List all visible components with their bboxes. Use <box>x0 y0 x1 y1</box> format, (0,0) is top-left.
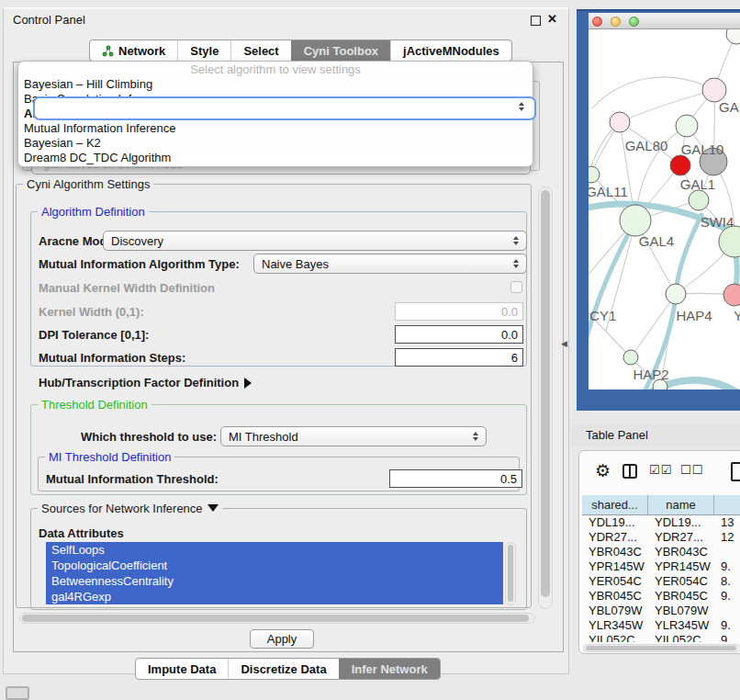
collapsed-panel-chip[interactable] <box>6 686 29 700</box>
network-node <box>623 350 638 365</box>
manual-kernel-label: Manual Kernel Width Definition <box>39 281 215 295</box>
hub-definition-expander[interactable]: Hub/Transcription Factor Definition <box>39 376 252 390</box>
network-node <box>719 226 740 257</box>
apply-button[interactable]: Apply <box>250 629 314 649</box>
mi-steps-label: Mutual Information Steps: <box>39 351 185 365</box>
which-threshold-select[interactable]: MI Threshold <box>220 426 487 446</box>
aracne-mode-value: Discovery <box>104 234 510 248</box>
table-row[interactable]: YBL079WYBL079W <box>582 604 740 618</box>
settings-horizontal-scrollbar[interactable] <box>19 613 535 624</box>
table-row[interactable]: YER054CYER054C8. <box>582 574 740 589</box>
split-collapse-arrow[interactable]: ◀ <box>561 339 567 348</box>
tab-impute-data[interactable]: Impute Data <box>136 659 228 679</box>
expand-down-icon <box>207 504 219 512</box>
kernel-width-label: Kernel Width (0,1): <box>39 305 144 319</box>
table-row[interactable]: YDL19...YDL19...13 <box>582 515 740 530</box>
deselect-all-icon[interactable]: ☐☐ <box>680 463 703 477</box>
node-label: GAL80 <box>625 138 668 153</box>
tab-network[interactable]: Network <box>90 40 177 61</box>
sources-group-title[interactable]: Sources for Network Inference <box>38 502 222 515</box>
kernel-width-field[interactable]: 0.0 <box>395 302 523 321</box>
split-view-icon[interactable] <box>622 464 637 479</box>
node-label: GAL10 <box>681 141 724 157</box>
attributes-list-scrollbar[interactable] <box>505 542 516 605</box>
manual-kernel-checkbox[interactable] <box>510 281 522 293</box>
table-horizontal-scrollbar[interactable] <box>583 644 740 652</box>
network-node <box>676 115 698 137</box>
combo-stepper-icon <box>510 236 522 245</box>
table-panel-titlebar: Table Panel <box>571 424 740 446</box>
combo-stepper-icon <box>469 432 482 441</box>
control-panel-window: Control Panel ✕ Network Style Select Cyn… <box>3 7 569 674</box>
tab-discretize-data[interactable]: Discretize Data <box>228 659 338 679</box>
list-item[interactable]: BetweennessCentrality <box>46 573 503 589</box>
zoom-traffic-light-icon[interactable] <box>629 17 639 27</box>
node-label: GCY1 <box>589 308 616 323</box>
threshold-definition-title: Threshold Definition <box>38 398 151 412</box>
export-table-icon[interactable] <box>731 462 740 481</box>
combo-stepper-icon <box>515 102 528 111</box>
node-label: GAL11 <box>589 184 628 199</box>
gear-icon[interactable]: ⚙ <box>595 462 611 480</box>
close-panel-icon[interactable]: ✕ <box>547 12 557 26</box>
settings-vertical-scrollbar[interactable] <box>538 186 553 609</box>
list-item[interactable]: gal4RGexp <box>46 589 503 604</box>
algorithm-combobox-focus-ring[interactable] <box>33 96 536 120</box>
close-traffic-light-icon[interactable] <box>592 17 602 27</box>
column-header[interactable] <box>714 495 740 515</box>
network-canvas[interactable]: GAL GAL80 GAL10 GAL1 GAL11 SWI4 GAL4 GCY… <box>589 29 740 390</box>
data-attributes-list: SelfLoops TopologicalCoefficient Between… <box>46 542 503 605</box>
mi-threshold-group-title: MI Threshold Definition <box>45 450 174 464</box>
table-row[interactable]: YIL052CYIL052C9 <box>582 633 740 642</box>
table-row[interactable]: YBR045CYBR045C9. <box>582 589 740 604</box>
network-node <box>620 205 651 236</box>
table-header: shared... name <box>582 495 740 515</box>
control-panel-title: Control Panel <box>13 13 85 27</box>
network-node <box>723 284 740 306</box>
node-label: GAL <box>719 99 740 115</box>
cyni-mode-tabbar: Impute Data Discretize Data Infer Networ… <box>135 658 441 680</box>
mi-type-label: Mutual Information Algorithm Type: <box>39 257 240 271</box>
node-label: HAP2 <box>633 367 668 382</box>
dpi-tolerance-field[interactable]: 0.0 <box>395 325 523 344</box>
mi-type-select[interactable]: Naive Bayes <box>253 254 527 274</box>
minimize-traffic-light-icon[interactable] <box>611 17 621 27</box>
which-threshold-value: MI Threshold <box>221 430 469 444</box>
network-node <box>589 166 600 183</box>
table-row[interactable]: YLR345WYLR345W9. <box>582 618 740 633</box>
screen: Control Panel ✕ Network Style Select Cyn… <box>0 0 740 700</box>
network-node <box>666 284 686 304</box>
tab-select[interactable]: Select <box>230 40 290 61</box>
table-row[interactable]: YBR043CYBR043C <box>582 545 740 559</box>
mi-threshold-field[interactable]: 0.5 <box>389 469 522 488</box>
node-label: GAL1 <box>680 176 715 192</box>
list-item[interactable]: SelfLoops <box>46 542 503 558</box>
node-label: HAP4 <box>676 308 712 323</box>
column-header[interactable]: shared... <box>582 495 648 515</box>
cyni-algorithm-settings-title: Cyni Algorithm Settings <box>23 177 153 191</box>
network-node <box>610 112 630 132</box>
tab-style[interactable]: Style <box>177 40 230 61</box>
column-header[interactable]: name <box>648 495 714 515</box>
table-row[interactable]: YPR145WYPR145W9. <box>582 559 740 574</box>
network-node <box>726 29 740 44</box>
algorithm-option[interactable]: Bayesian – Hill Climbing <box>18 77 533 92</box>
algorithm-option[interactable]: Dream8 DC_TDC Algorithm <box>18 151 533 165</box>
float-window-icon[interactable] <box>531 16 541 26</box>
mi-steps-field[interactable]: 6 <box>395 348 523 367</box>
algorithm-option[interactable]: Bayesian – K2 <box>18 136 533 151</box>
tab-cyni-toolbox[interactable]: Cyni Toolbox <box>291 40 390 61</box>
data-attributes-label: Data Attributes <box>39 526 124 540</box>
select-all-icon[interactable]: ☑☑ <box>649 463 672 477</box>
network-window-titlebar[interactable] <box>589 13 740 29</box>
tab-jactivemnodules[interactable]: jActiveMNodules <box>390 40 511 61</box>
list-item[interactable]: TopologicalCoefficient <box>46 558 503 573</box>
control-panel-tabbar: Network Style Select Cyni Toolbox jActiv… <box>89 40 512 62</box>
tab-infer-network[interactable]: Infer Network <box>339 659 440 679</box>
algorithm-option[interactable]: Mutual Information Inference <box>18 121 533 136</box>
table-body: YDL19...YDL19...13 YDR27...YDR27...12 YB… <box>582 515 740 642</box>
algorithm-definition-title: Algorithm Definition <box>38 205 149 219</box>
aracne-mode-select[interactable]: Discovery <box>103 231 527 251</box>
algorithm-dropdown-placeholder: Select algorithm to view settings <box>18 62 533 77</box>
table-row[interactable]: YDR27...YDR27...12 <box>582 530 740 545</box>
